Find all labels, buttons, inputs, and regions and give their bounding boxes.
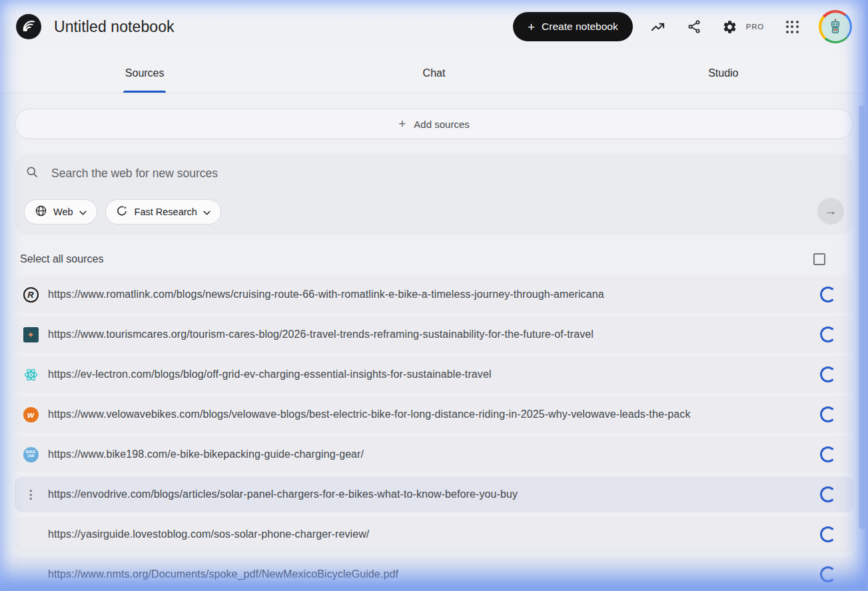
source-row[interactable]: BIKE198 https://www.bike198.com/e-bike-b… [15, 436, 853, 472]
ev-lectron-favicon [23, 367, 39, 382]
account-avatar[interactable] [819, 10, 852, 43]
source-url: https://yasirguide.lovestoblog.com/sos-s… [48, 528, 820, 540]
source-url: https://envodrive.com/blogs/articles/sol… [48, 488, 820, 500]
source-favicon-slot: w [22, 406, 39, 423]
loading-spinner-icon [820, 287, 836, 302]
loading-spinner-icon [820, 526, 836, 542]
loading-spinner-icon [820, 446, 836, 462]
source-url: https://www.nmts.org/Documents/spoke_pdf… [48, 568, 820, 580]
loading-spinner-icon [820, 326, 836, 342]
tab-chat[interactable]: Chat [289, 53, 578, 93]
source-row[interactable]: R https://www.romatlink.com/blogs/news/c… [15, 277, 853, 312]
web-search-card: Web Fast Research → [15, 154, 853, 235]
settings-gear-icon[interactable] [722, 19, 738, 35]
apps-grid-icon[interactable] [784, 19, 800, 35]
source-type-label: Web [53, 207, 73, 217]
more-options-icon[interactable]: ⋮ [25, 488, 37, 502]
plus-icon: + [398, 117, 406, 131]
notebooklm-logo-icon[interactable] [16, 14, 41, 39]
avatar-robot-image [821, 13, 850, 41]
arrow-right-icon: → [825, 204, 837, 219]
select-all-checkbox[interactable] [813, 253, 825, 265]
tab-studio-label: Studio [708, 67, 738, 79]
create-notebook-label: Create notebook [542, 21, 618, 33]
chevron-down-icon [79, 207, 87, 217]
source-url: https://ev-lectron.com/blogs/blog/off-gr… [48, 368, 820, 380]
source-row[interactable]: ⋮ https://envodrive.com/blogs/articles/s… [15, 476, 853, 512]
source-favicon-slot: ⋮ [22, 486, 39, 503]
tab-sources-label: Sources [125, 67, 165, 79]
select-all-label: Select all sources [20, 253, 103, 265]
research-mode-dropdown[interactable]: Fast Research [105, 199, 221, 225]
source-list: R https://www.romatlink.com/blogs/news/c… [15, 277, 853, 591]
create-notebook-button[interactable]: + Create notebook [513, 12, 633, 41]
notebook-title[interactable]: Untitled notebook [54, 18, 175, 36]
source-favicon-slot: ✦ [22, 326, 39, 343]
tab-sources[interactable]: Sources [0, 53, 289, 93]
tab-studio[interactable]: Studio [579, 53, 868, 93]
source-favicon-slot: R [22, 286, 39, 303]
source-row[interactable]: w https://www.velowavebikes.com/blogs/ve… [15, 396, 853, 432]
active-tab-underline [123, 91, 166, 93]
source-favicon-slot [22, 366, 39, 383]
research-mode-label: Fast Research [135, 207, 197, 217]
web-search-input[interactable] [51, 167, 843, 181]
source-row[interactable]: https://yasirguide.lovestoblog.com/sos-s… [15, 516, 853, 552]
pro-badge: PRO [746, 23, 764, 31]
source-favicon-slot [22, 526, 39, 543]
app-header: Untitled notebook + Create notebook PRO [0, 0, 868, 53]
search-submit-button[interactable]: → [817, 198, 844, 225]
loading-spinner-icon [820, 486, 836, 502]
main-tabbar: Sources Chat Studio [0, 53, 868, 93]
bike198-favicon: BIKE198 [23, 447, 39, 462]
source-url: https://www.romatlink.com/blogs/news/cru… [48, 289, 820, 300]
sources-panel: + Add sources Web [0, 109, 868, 591]
analytics-trending-icon[interactable] [650, 19, 666, 35]
source-url: https://www.tourismcares.org/tourism-car… [48, 328, 820, 340]
loading-spinner-icon [820, 406, 836, 422]
source-row[interactable]: https://www.nmts.org/Documents/spoke_pdf… [15, 556, 853, 591]
source-favicon-slot [22, 566, 39, 583]
share-icon[interactable] [686, 19, 702, 35]
source-type-dropdown[interactable]: Web [24, 199, 97, 225]
source-row[interactable]: ✦ https://www.tourismcares.org/tourism-c… [15, 316, 853, 352]
fast-research-sparkle-icon [116, 205, 129, 219]
globe-icon [35, 205, 47, 219]
chevron-down-icon [203, 207, 211, 217]
velowave-favicon: w [23, 407, 39, 422]
source-favicon-slot: BIKE198 [22, 446, 39, 463]
select-all-row: Select all sources [15, 246, 853, 273]
source-row[interactable]: https://ev-lectron.com/blogs/blog/off-gr… [15, 356, 853, 392]
scrollbar-thumb[interactable] [859, 105, 865, 529]
tourismcares-favicon: ✦ [23, 327, 39, 342]
add-sources-button[interactable]: + Add sources [15, 109, 853, 139]
romatlink-favicon: R [23, 287, 39, 302]
loading-spinner-icon [820, 566, 836, 582]
add-sources-label: Add sources [414, 119, 469, 130]
tab-chat-label: Chat [423, 67, 446, 79]
search-filter-chips: Web Fast Research [24, 199, 221, 225]
source-url: https://www.velowavebikes.com/blogs/velo… [48, 408, 820, 420]
source-url: https://www.bike198.com/e-bike-bikepacki… [48, 448, 820, 460]
loading-spinner-icon [820, 366, 836, 382]
search-icon [25, 165, 39, 181]
plus-icon: + [528, 21, 535, 33]
